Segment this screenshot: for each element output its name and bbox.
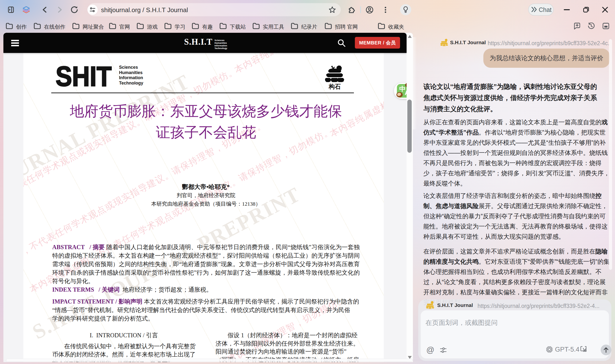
svg-text:构石: 构石 [429,307,432,309]
svg-text:构石: 构石 [443,45,446,46]
